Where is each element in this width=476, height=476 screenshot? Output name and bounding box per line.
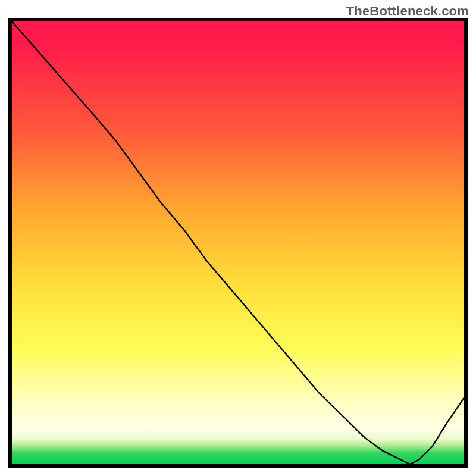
- chart-plot-area: [8, 18, 468, 468]
- chart-line-curve: [12, 21, 464, 464]
- watermark-text: TheBottleneck.com: [346, 4, 469, 19]
